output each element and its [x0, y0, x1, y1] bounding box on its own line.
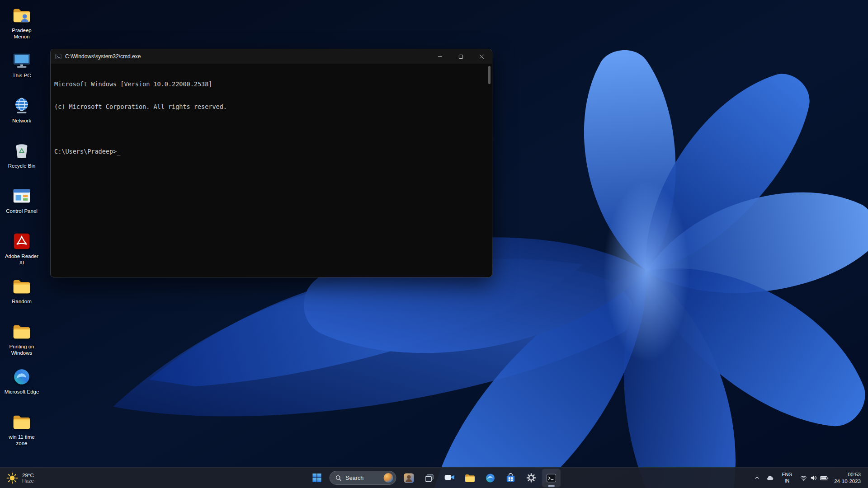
cmd-prompt: C:\Users\Pradeep> — [54, 148, 117, 155]
desktop-icon-network[interactable]: Network — [1, 93, 42, 138]
desktop-icon-win-11-time-zone[interactable]: win 11 time zone — [1, 409, 42, 455]
scrollbar-thumb[interactable] — [488, 66, 491, 84]
language-line2: IN — [782, 478, 792, 484]
desktop-icons-column: Pradeep Menon This PC Network Recycle Bi… — [1, 3, 42, 455]
edge-icon — [11, 366, 32, 387]
window-controls — [429, 49, 492, 64]
cmd-line-version: Microsoft Windows [Version 10.0.22000.25… — [54, 80, 488, 88]
minimize-button[interactable] — [429, 49, 450, 64]
folder-icon — [11, 321, 32, 342]
desktop-icon-microsoft-edge[interactable]: Microsoft Edge — [1, 364, 42, 409]
sun-icon — [6, 472, 18, 484]
edge-icon — [485, 472, 496, 484]
desktop-icon-control-panel[interactable]: Control Panel — [1, 183, 42, 229]
maximize-icon — [458, 54, 463, 59]
control-panel-icon — [11, 186, 32, 206]
desktop-icon-label: Adobe Reader XI — [4, 253, 39, 266]
cmd-scrollbar[interactable] — [486, 64, 492, 277]
quick-settings[interactable] — [797, 469, 831, 487]
cmd-output-area[interactable]: Microsoft Windows [Version 10.0.22000.25… — [51, 64, 492, 277]
weather-text: 29°C Haze — [22, 473, 34, 483]
close-icon — [479, 54, 484, 59]
edge-button[interactable] — [481, 469, 500, 487]
cmd-cursor: _ — [117, 148, 120, 155]
battery-icon — [820, 474, 829, 483]
tray-date: 24-10-2023 — [834, 478, 861, 485]
active-app-indicator — [548, 485, 555, 487]
gear-icon — [526, 473, 536, 483]
settings-button[interactable] — [522, 469, 540, 487]
maximize-button[interactable] — [450, 49, 471, 64]
windows-logo-icon — [311, 473, 322, 483]
folder-icon — [11, 412, 32, 432]
desktop-icon-random[interactable]: Random — [1, 274, 42, 319]
weather-widget[interactable]: 29°C Haze — [0, 468, 40, 488]
file-explorer-button[interactable] — [461, 469, 479, 487]
desktop-icon-printing-on-windows[interactable]: Printing on Windows — [1, 319, 42, 364]
folder-icon — [11, 276, 32, 297]
cmd-prompt-line: C:\Users\Pradeep>_ — [54, 148, 488, 155]
show-hidden-icons-button[interactable] — [751, 469, 763, 487]
file-explorer-icon — [464, 472, 476, 484]
search-input[interactable]: Search — [330, 471, 396, 485]
desktop-icon-this-pc[interactable]: This PC — [1, 48, 42, 93]
wifi-icon — [800, 474, 807, 482]
desktop-icon-label: Printing on Windows — [4, 343, 39, 356]
recycle-bin-icon — [11, 141, 32, 161]
desktop-icon-label: This PC — [13, 72, 31, 79]
clock[interactable]: 00:53 24-10-2023 — [831, 469, 863, 487]
desktop-icon-label: Control Panel — [6, 208, 38, 214]
close-button[interactable] — [471, 49, 492, 64]
desktop-icon-label: win 11 time zone — [4, 434, 39, 446]
desktop-icon-label: Recycle Bin — [8, 163, 36, 169]
desktop-icon-label: Microsoft Edge — [5, 389, 39, 395]
command-prompt-icon — [546, 472, 557, 484]
taskbar: 29°C Haze Search — [0, 467, 868, 488]
widgets-button[interactable] — [400, 469, 418, 487]
search-icon — [335, 474, 342, 482]
cmd-window: C:\Windows\system32\cmd.exe Microsoft Wi… — [50, 49, 492, 277]
adobe-reader-icon — [11, 231, 32, 252]
chat-button[interactable] — [441, 469, 459, 487]
desktop-icon-adobe-reader[interactable]: Adobe Reader XI — [1, 229, 42, 274]
cmd-icon — [55, 53, 62, 60]
this-pc-icon — [11, 50, 32, 71]
language-line1: ENG — [782, 472, 792, 478]
cmd-titlebar[interactable]: C:\Windows\system32\cmd.exe — [51, 49, 492, 64]
desktop-icon-label: Network — [12, 117, 31, 124]
weather-condition: Haze — [22, 478, 34, 483]
user-files-icon — [11, 5, 32, 26]
desktop-icon-label: Random — [12, 298, 31, 305]
task-view-button[interactable] — [420, 469, 439, 487]
cloud-icon — [765, 474, 774, 483]
desktop-icon-label: Pradeep Menon — [4, 27, 39, 40]
chat-icon — [444, 472, 456, 484]
desktop-icon-pradeep-menon[interactable]: Pradeep Menon — [1, 3, 42, 48]
language-switcher[interactable]: ENG IN — [777, 469, 797, 487]
volume-icon — [810, 474, 817, 482]
system-tray: ENG IN 00:53 24-10-2023 — [751, 468, 868, 488]
tray-time: 00:53 — [834, 471, 861, 478]
start-button[interactable] — [308, 469, 326, 487]
bing-daily-image-icon — [384, 473, 393, 483]
cmd-window-title: C:\Windows\system32\cmd.exe — [65, 53, 141, 60]
onedrive-tray-button[interactable] — [763, 469, 777, 487]
network-globe-icon — [11, 95, 32, 116]
cmd-line-blank — [54, 125, 488, 133]
taskbar-center: Search — [308, 468, 561, 488]
command-prompt-button[interactable] — [542, 469, 561, 487]
desktop-icon-recycle-bin[interactable]: Recycle Bin — [1, 138, 42, 183]
store-button[interactable] — [502, 469, 520, 487]
microsoft-store-icon — [505, 472, 517, 484]
chevron-up-icon — [753, 474, 761, 482]
widgets-avatar-icon — [403, 472, 415, 484]
search-placeholder: Search — [346, 475, 380, 481]
language-label: ENG IN — [779, 472, 795, 483]
minimize-icon — [438, 54, 443, 59]
task-view-icon — [424, 472, 435, 484]
cmd-line-copyright: (c) Microsoft Corporation. All rights re… — [54, 103, 488, 111]
weather-temperature: 29°C — [22, 473, 34, 478]
